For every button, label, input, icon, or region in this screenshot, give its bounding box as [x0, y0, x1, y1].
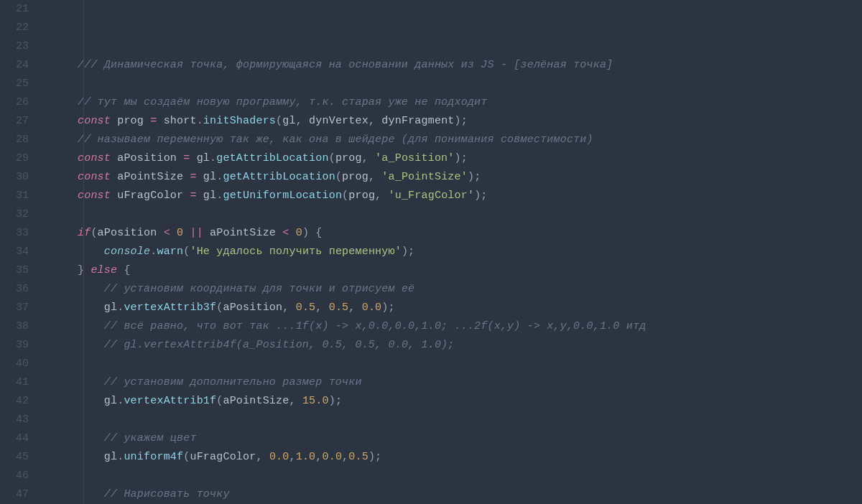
code-line[interactable]: // Нарисовать точку	[78, 485, 862, 504]
code-line[interactable]: const aPosition = gl.getAttribLocation(p…	[78, 149, 862, 168]
token-comment: // укажем цвет	[104, 432, 197, 444]
token-method: getAttribLocation	[223, 171, 335, 183]
token-number: 0.5	[296, 302, 316, 314]
code-line[interactable]: /// Динамическая точка, формирующаяся на…	[78, 56, 862, 75]
token-punct: ,	[289, 395, 302, 407]
token-ident	[78, 432, 104, 444]
code-line[interactable]: const prog = short.initShaders(gl, dynVe…	[78, 112, 862, 131]
token-ident: dynFragment	[381, 115, 454, 127]
line-number: 32	[0, 205, 39, 224]
token-ident: uFragColor	[111, 190, 190, 202]
token-punct: ,	[369, 115, 381, 127]
line-number: 37	[0, 299, 39, 317]
token-punct: ) {	[302, 227, 323, 239]
token-ident: gl	[197, 190, 217, 202]
token-keyword: if	[78, 227, 91, 239]
token-ident	[78, 320, 104, 332]
code-line[interactable]: gl.vertexAttrib3f(aPosition, 0.5, 0.5, 0…	[78, 299, 862, 317]
code-line[interactable]: // всё равно, что вот так ...1f(x) -> x,…	[78, 317, 862, 336]
code-line[interactable]	[78, 205, 862, 224]
token-comment: // установим координаты для точки и отри…	[104, 283, 414, 295]
token-punct: ,	[362, 152, 375, 164]
token-method: getUniformLocation	[223, 190, 342, 202]
token-punct: ,	[296, 115, 309, 127]
token-console: console	[104, 246, 150, 258]
line-number: 25	[0, 75, 39, 93]
token-method: vertexAttrib3f	[124, 302, 216, 314]
code-line[interactable]: } else {	[78, 261, 862, 280]
token-comment: // называем переменную так же, как она в…	[78, 134, 593, 146]
token-op: ||	[190, 227, 203, 239]
code-area[interactable]: /// Динамическая точка, формирующаяся на…	[39, 0, 862, 504]
line-number: 45	[0, 448, 39, 467]
code-line[interactable]: // тут мы создаём новую программу, т.к. …	[78, 93, 862, 112]
token-ident: gl	[282, 115, 295, 127]
token-ident	[289, 227, 295, 239]
line-number: 43	[0, 411, 39, 429]
token-ident: aPosition	[223, 302, 282, 314]
token-number: 0.0	[323, 451, 343, 463]
token-punct: {	[117, 264, 130, 276]
line-number: 47	[0, 485, 39, 504]
code-line[interactable]: gl.uniform4f(uFragColor, 0.0,1.0,0.0,0.5…	[78, 448, 862, 467]
token-punct: );	[402, 246, 414, 258]
token-comment: // тут мы создаём новую программу, т.к. …	[78, 96, 488, 108]
line-number: 30	[0, 168, 39, 187]
line-number: 21	[0, 0, 39, 19]
line-number: 27	[0, 112, 39, 131]
token-number: 0.0	[362, 302, 382, 314]
token-ident	[78, 488, 104, 500]
code-line[interactable]	[78, 75, 862, 93]
code-line[interactable]: // установим дополнительно размер точки	[78, 373, 862, 392]
token-method: uniform4f	[124, 451, 183, 463]
code-editor[interactable]: 2122232425262728293031323334353637383940…	[0, 0, 862, 504]
code-line[interactable]: if(aPosition < 0 || aPointSize < 0) {	[78, 224, 862, 243]
token-op: =	[190, 171, 196, 183]
token-comment: // Нарисовать точку	[104, 488, 230, 500]
code-line[interactable]	[78, 467, 862, 485]
code-line[interactable]: const uFragColor = gl.getUniformLocation…	[78, 187, 862, 205]
token-ident: prog	[335, 152, 362, 164]
token-number: 0	[177, 227, 183, 239]
token-comment: // всё равно, что вот так ...1f(x) -> x,…	[104, 320, 646, 332]
token-ident: prog	[342, 171, 369, 183]
token-ident: aPointSize	[111, 171, 190, 183]
token-number: 0.5	[348, 451, 369, 463]
token-number: 0	[296, 227, 302, 239]
code-line[interactable]: console.warn('Не удалось получить переме…	[78, 243, 862, 261]
token-ident	[78, 339, 104, 351]
line-number: 33	[0, 224, 39, 243]
code-line[interactable]: gl.vertexAttrib1f(aPointSize, 15.0);	[78, 392, 862, 411]
token-ident	[78, 246, 104, 258]
token-punct: ,	[375, 190, 388, 202]
token-punct: ,	[256, 451, 269, 463]
token-method: vertexAttrib1f	[124, 395, 216, 407]
code-line[interactable]	[78, 355, 862, 373]
code-line[interactable]: // называем переменную так же, как она в…	[78, 131, 862, 149]
token-punct: }	[78, 264, 91, 276]
code-line[interactable]: // укажем цвет	[78, 429, 862, 448]
code-line[interactable]: // gl.vertexAttrib4f(a_Position, 0.5, 0.…	[78, 336, 862, 355]
code-line[interactable]	[78, 411, 862, 429]
token-ident	[78, 376, 104, 388]
token-punct: .	[210, 152, 216, 164]
token-punct: );	[455, 152, 468, 164]
line-number: 31	[0, 187, 39, 205]
token-number: 15.0	[302, 395, 329, 407]
token-ident: short	[157, 115, 196, 127]
token-keyword: const	[78, 171, 111, 183]
token-ident	[78, 283, 104, 295]
token-punct: ,	[289, 451, 295, 463]
line-number: 24	[0, 56, 39, 75]
token-punct: );	[474, 190, 487, 202]
line-number: 22	[0, 19, 39, 37]
line-number: 35	[0, 261, 39, 280]
code-line[interactable]: const aPointSize = gl.getAttribLocation(…	[78, 168, 862, 187]
token-punct: ,	[315, 302, 328, 314]
token-string: 'a_PointSize'	[381, 171, 468, 183]
token-punct: (	[91, 227, 97, 239]
token-punct: ,	[315, 451, 322, 463]
code-line[interactable]: // установим координаты для точки и отри…	[78, 280, 862, 299]
token-punct: (	[342, 190, 348, 202]
token-punct: );	[381, 302, 394, 314]
